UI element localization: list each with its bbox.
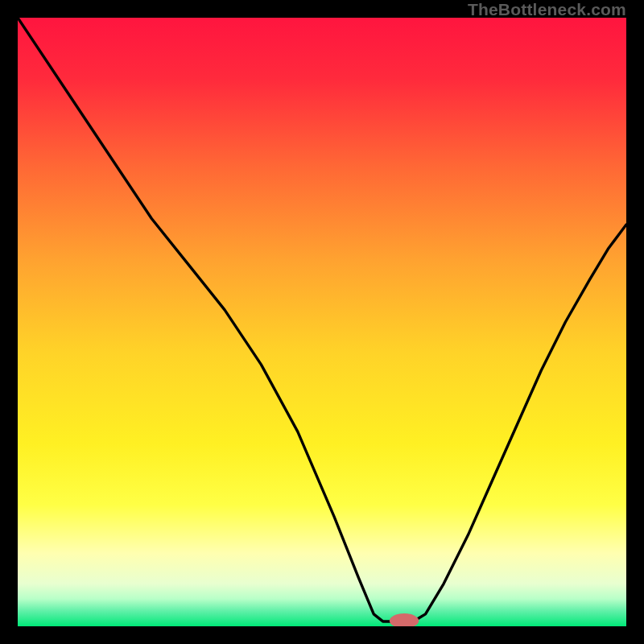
watermark-text: TheBottleneck.com [468,0,626,19]
bottleneck-chart [18,18,626,626]
plot-area [18,18,626,626]
chart-frame: TheBottleneck.com [0,0,644,644]
gradient-background [18,18,626,626]
